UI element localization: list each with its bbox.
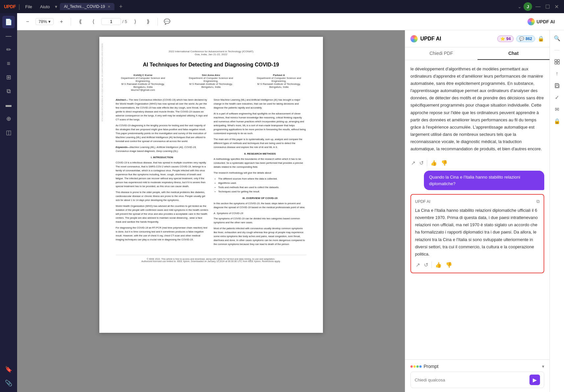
sidebar-icon-redact[interactable]: ▬ [2, 99, 15, 111]
points-badge: ⭐ 94 [497, 36, 514, 42]
sidebar-icon-edit[interactable]: ✏ [2, 43, 15, 56]
sidebar-icon-table[interactable]: ⊞ [2, 71, 15, 84]
rainbow-dot-red [410, 365, 413, 368]
chat-response-actions: ↗ ↺ 👍 👎 [415, 261, 540, 269]
far-right-sidebar: 🔍 — ↑ [550, 30, 564, 392]
win-minimize-button[interactable]: — [534, 3, 542, 10]
chat-thumbs-down-button[interactable]: 👎 [440, 159, 448, 167]
current-tab[interactable]: AI_Techni..._COVID-19 ✕ [60, 3, 114, 10]
sidebar-icon-copy[interactable]: ⧉ [2, 85, 15, 97]
nav-next-more-button[interactable]: ⟫ [143, 16, 154, 27]
menu-file[interactable]: File [23, 4, 35, 10]
win-close-button[interactable]: ✕ [553, 3, 560, 11]
ai-rainbow-icon [527, 18, 535, 25]
sidebar-icon-document[interactable]: 📄 [2, 16, 15, 28]
points-value: 94 [506, 37, 511, 41]
ai-button[interactable]: UPDF AI [524, 17, 559, 27]
sidebar-icon-clip[interactable]: 📎 [2, 377, 15, 389]
svg-rect-0 [555, 60, 557, 61]
window-controls: ⌄ J — ☐ ✕ [518, 2, 560, 11]
pdf-title: AI Techniques for Detecting and Diagnosi… [116, 61, 307, 68]
sidebar-icon-stamp[interactable]: ⊕ [2, 112, 15, 125]
chat-refresh-button[interactable]: ↺ [419, 159, 424, 167]
pdf-section2-list-intro: The research methodology will give the d… [214, 171, 307, 175]
prompt-dropdown-chevron[interactable]: ▾ [542, 364, 544, 369]
comment-button[interactable]: 💬 [162, 16, 172, 27]
tab-ask-pdf[interactable]: Chiedi PDF [405, 47, 478, 60]
pdf-section3a-cont: Most of the patients infected with coron… [214, 227, 307, 246]
comments-badge: 💬 862 [516, 36, 535, 42]
user-avatar[interactable]: J [524, 2, 532, 11]
sidebar-icon-format[interactable]: ≡ [2, 57, 15, 70]
far-sidebar-export-icon[interactable]: ↑ [552, 68, 562, 79]
sidebar-icon-minus[interactable]: — [2, 30, 15, 42]
nav-first-button[interactable]: ⟪ [75, 16, 86, 27]
tab-chat[interactable]: Chat [478, 47, 550, 60]
chat-copy-button[interactable]: ⧉ [536, 199, 540, 204]
far-sidebar-mail-icon[interactable]: ✉ [552, 104, 562, 114]
zoom-dropdown-arrow[interactable]: ▾ [48, 19, 51, 24]
pdf-abstract: Abstract— The new Coronavirus infection … [116, 98, 307, 248]
far-sidebar-lock-icon[interactable]: 🔒 [552, 116, 562, 126]
titlebar: UPDF | File Aiuto ▾ AI_Techni..._COVID-1… [0, 0, 564, 13]
pdf-right-column: Since Machine Learning (ML) and Artifici… [214, 98, 307, 248]
page-sep: / 5 [122, 19, 127, 24]
tab-close-icon[interactable]: ✕ [108, 5, 110, 9]
zoom-in-button[interactable]: + [56, 16, 67, 27]
panel-lock-icon[interactable]: 🔒 [538, 36, 544, 42]
chat-response-refresh[interactable]: ↺ [423, 261, 429, 269]
sidebar-icon-layers[interactable]: ◫ [2, 126, 15, 139]
chat-thumbs-up-button[interactable]: 👍 [430, 159, 438, 167]
chat-response-thumbs-down[interactable]: 👎 [445, 261, 453, 269]
prompt-label: Prompt [410, 364, 438, 369]
pdf-list-item-2: Algorithms used. [218, 181, 307, 185]
pdf-footer: © IEEE 2022. This article is free to acc… [116, 255, 307, 262]
ai-header-rainbow-icon [410, 35, 418, 42]
toolbar-divider-1 [71, 18, 71, 26]
chat-input[interactable] [415, 378, 527, 382]
zoom-control[interactable]: 78% ▾ [36, 18, 54, 25]
prompt-row: Prompt ▾ [410, 364, 544, 369]
input-area: Prompt ▾ ▶ [405, 359, 550, 392]
pdf-section2-title: II. Research Methods [214, 152, 307, 156]
toolbar-divider-2 [158, 18, 158, 26]
send-button[interactable]: ▶ [529, 375, 540, 385]
nav-prev-more-button[interactable]: ⟨ [88, 16, 99, 27]
pdf-section3a-title: A. Symptoms of COVID-19 [214, 211, 307, 215]
chat-messages[interactable]: le développement d'algorithmes et de mod… [405, 60, 550, 359]
prompt-label-text: Prompt [424, 364, 438, 369]
pdf-list-item-4: Techniques used for getting the result. [218, 190, 307, 194]
pdf-section1-title: I. Introduction [116, 156, 208, 159]
far-sidebar-save-icon[interactable] [552, 80, 562, 91]
win-maximize-button[interactable]: ☐ [544, 3, 551, 11]
main-layout: 📄 — ✏ ≡ ⊞ ⧉ ▬ ⊕ ◫ 🔖 📎 − 78% ▾ + ⟪ ⟨ / 5 [0, 13, 564, 392]
pdf-author-2: Sini Anna Alex Department of Computer Sc… [184, 74, 238, 91]
menu-chevron[interactable]: ▾ [55, 4, 57, 9]
chat-external-link-button[interactable]: ↗ [410, 159, 416, 167]
zoom-out-button[interactable]: − [22, 16, 33, 27]
pdf-keywords: Keywords—Machine Learning (ML), Artifici… [116, 145, 208, 153]
pdf-list-item-3: Tools and methods that are used to colle… [218, 185, 307, 190]
far-sidebar-ocr-icon[interactable] [552, 57, 562, 67]
pdf-col2-text1: Since Machine Learning (ML) and Artifici… [214, 98, 307, 110]
chat-response-label: UPDF AI [415, 199, 430, 204]
pdf-col2-text2: AI is a part of software engineering tha… [214, 112, 307, 135]
chat-actions-prev: ↗ ↺ 👍 👎 [410, 159, 544, 167]
pdf-page: 979-1-6654-2573-3/22/$31.00 ©2022 IEEE |… [99, 37, 323, 333]
svg-rect-3 [557, 62, 559, 64]
pdf-viewer[interactable]: 979-1-6654-2573-3/22/$31.00 ©2022 IEEE |… [17, 30, 405, 392]
nav-next-button[interactable]: ⟩ [130, 16, 140, 27]
pdf-author-1: Kshitij C Kurne Department of Computer S… [116, 74, 171, 91]
new-tab-button[interactable]: + [117, 3, 125, 10]
chat-response-external-link[interactable]: ↗ [415, 261, 421, 269]
pdf-research-list: The different sources from where the dat… [214, 177, 307, 194]
rainbow-dot-blue [419, 365, 422, 368]
menu-aiuto[interactable]: Aiuto [37, 4, 53, 10]
far-sidebar-search-icon[interactable]: 🔍 [552, 33, 562, 43]
dropdown-arrow[interactable]: ⌄ [518, 4, 522, 9]
chat-response-thumbs-up[interactable]: 👍 [434, 261, 442, 269]
far-sidebar-check-icon[interactable]: ✓ [552, 92, 562, 103]
pdf-intro-text1: COVID-19 is a infectious disease, that h… [116, 161, 208, 188]
page-current-input[interactable] [101, 18, 121, 25]
sidebar-icon-bookmark[interactable]: 🔖 [2, 363, 15, 376]
